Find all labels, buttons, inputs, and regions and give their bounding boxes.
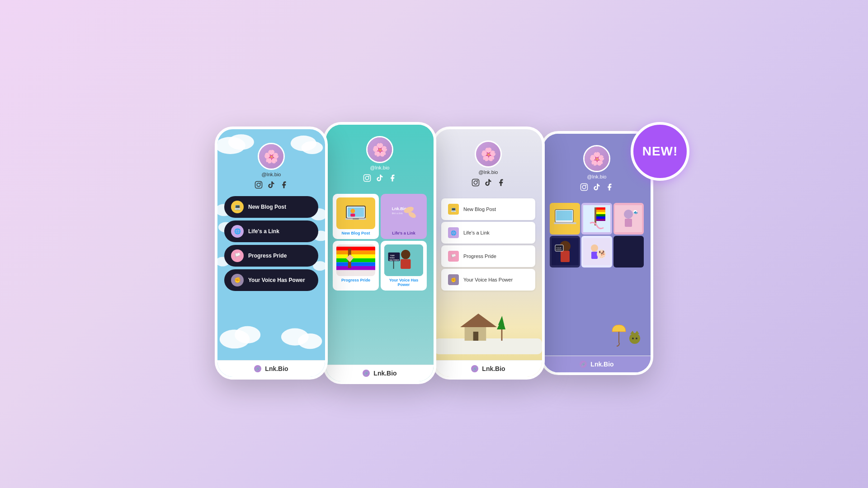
phone-3: 🌸 @lnk.bio	[432, 127, 545, 380]
svg-marker-89	[635, 331, 639, 334]
svg-point-57	[585, 185, 586, 186]
tiktok-icon-3[interactable]	[484, 178, 492, 188]
svg-rect-83	[591, 252, 598, 259]
svg-rect-92	[618, 332, 619, 343]
svg-rect-14	[255, 182, 262, 188]
svg-text:HAS POWER: HAS POWER	[389, 259, 399, 261]
svg-marker-50	[460, 314, 497, 327]
svg-point-71	[624, 210, 633, 219]
svg-rect-77	[561, 251, 570, 262]
your-voice-btn-3[interactable]: ✊ Your Voice Has Power	[441, 269, 535, 291]
svg-rect-66	[596, 212, 605, 214]
svg-rect-30	[336, 247, 375, 251]
svg-rect-25	[350, 214, 355, 217]
footer-1: 🔗 Lnk.Bio	[217, 360, 325, 377]
new-blog-btn-1[interactable]: 💻 New Blog Post	[224, 196, 318, 218]
facebook-icon-1[interactable]	[280, 181, 288, 191]
instagram-icon-2[interactable]	[363, 174, 371, 184]
svg-text:🐕: 🐕	[599, 250, 607, 258]
new-badge: NEW!	[631, 122, 689, 181]
svg-rect-86	[615, 238, 642, 265]
lifes-link-btn-3[interactable]: 🌐 Life's a Link	[441, 222, 535, 244]
mosaic-cell-3[interactable]: 🐟	[613, 203, 644, 235]
svg-point-56	[582, 185, 586, 189]
svg-rect-39	[401, 259, 410, 269]
svg-text:🐟: 🐟	[633, 210, 638, 215]
svg-point-13	[298, 333, 322, 349]
svg-rect-48	[434, 338, 542, 354]
svg-rect-60	[556, 211, 572, 221]
svg-point-0	[217, 137, 245, 154]
svg-point-15	[257, 183, 260, 187]
svg-point-90	[632, 338, 634, 339]
svg-point-16	[260, 183, 261, 183]
tiktok-icon-2[interactable]	[376, 174, 384, 184]
svg-point-12	[281, 328, 309, 346]
your-voice-card[interactable]: YOUR VOICE HAS POWER Your Voice Has Powe…	[381, 241, 427, 291]
new-blog-card[interactable]: New Blog Post	[333, 194, 379, 239]
svg-rect-21	[348, 207, 364, 217]
avatar-3: 🌸	[475, 141, 502, 168]
mosaic-cell-6[interactable]	[613, 236, 644, 267]
svg-point-82	[591, 244, 598, 252]
phone-1: 🌸 @lnk.bio	[215, 127, 328, 380]
svg-point-10	[220, 329, 250, 348]
progress-pride-btn-3[interactable]: 🏳️ Progress Pride	[441, 245, 535, 267]
svg-rect-67	[596, 214, 605, 216]
svg-rect-44	[393, 261, 394, 269]
svg-rect-33	[336, 258, 375, 263]
avatar-2: 🌸	[366, 136, 393, 163]
instagram-icon-1[interactable]	[255, 181, 263, 191]
mosaic-cell-2[interactable]	[581, 203, 612, 235]
tiktok-icon-4[interactable]	[593, 183, 601, 193]
phone-2: 🌸 @lnk.bio	[323, 122, 436, 384]
svg-rect-35	[336, 266, 375, 270]
svg-point-18	[365, 176, 369, 180]
tiktok-icon-1[interactable]	[267, 181, 275, 191]
instagram-icon-4[interactable]	[580, 183, 588, 193]
svg-point-1	[228, 134, 254, 150]
svg-rect-72	[625, 219, 632, 227]
svg-point-3	[302, 141, 323, 154]
mosaic-cell-4[interactable]: YOUR VOICE	[550, 236, 580, 267]
svg-point-91	[636, 338, 637, 339]
instagram-icon-3[interactable]	[472, 178, 480, 188]
svg-text:YOUR: YOUR	[390, 255, 395, 257]
svg-point-47	[477, 180, 478, 181]
avatar: 🌸	[258, 143, 285, 170]
svg-point-19	[368, 176, 369, 177]
footer-3: 🔗 Lnk.Bio	[434, 360, 542, 377]
svg-text:VOICE: VOICE	[556, 249, 562, 251]
footer-2: 🔗 Lnk.Bio	[326, 365, 434, 381]
svg-rect-51	[473, 332, 478, 341]
lifes-link-card[interactable]: Lnk.Bio life's a link Life's a Link	[381, 194, 427, 239]
svg-rect-17	[364, 175, 371, 182]
svg-rect-34	[336, 262, 375, 266]
mosaic-cell-1[interactable]	[550, 203, 580, 235]
svg-point-38	[401, 250, 410, 259]
username-4: @lnk.bio	[587, 174, 607, 179]
svg-rect-31	[336, 251, 375, 255]
svg-marker-88	[630, 331, 635, 334]
svg-point-46	[474, 181, 477, 184]
mosaic-cell-5[interactable]: 🐕	[581, 236, 612, 267]
facebook-icon-4[interactable]	[605, 183, 613, 193]
username-1: @lnk.bio	[262, 172, 281, 177]
avatar-4: 🌸	[583, 145, 610, 172]
svg-rect-23	[353, 218, 359, 220]
facebook-icon-2[interactable]	[388, 174, 396, 184]
progress-pride-card[interactable]: Progress Pride	[333, 241, 379, 291]
username-2: @lnk.bio	[370, 165, 390, 170]
svg-rect-45	[472, 179, 479, 186]
svg-rect-61	[554, 222, 576, 224]
svg-text:life's a link: life's a link	[392, 212, 403, 215]
progress-pride-btn-1[interactable]: 🏳️ Progress Pride	[224, 245, 318, 267]
facebook-icon-3[interactable]	[497, 178, 505, 188]
lifes-link-btn-1[interactable]: 🌐 Life's a Link	[224, 221, 318, 242]
new-blog-btn-3[interactable]: 💻 New Blog Post	[441, 198, 535, 220]
your-voice-btn-1[interactable]: ✊ Your Voice Has Power	[224, 269, 318, 291]
svg-rect-64	[596, 207, 605, 210]
username-3: @lnk.bio	[479, 169, 498, 175]
svg-rect-65	[596, 210, 605, 212]
svg-text:VOICE: VOICE	[390, 257, 395, 259]
